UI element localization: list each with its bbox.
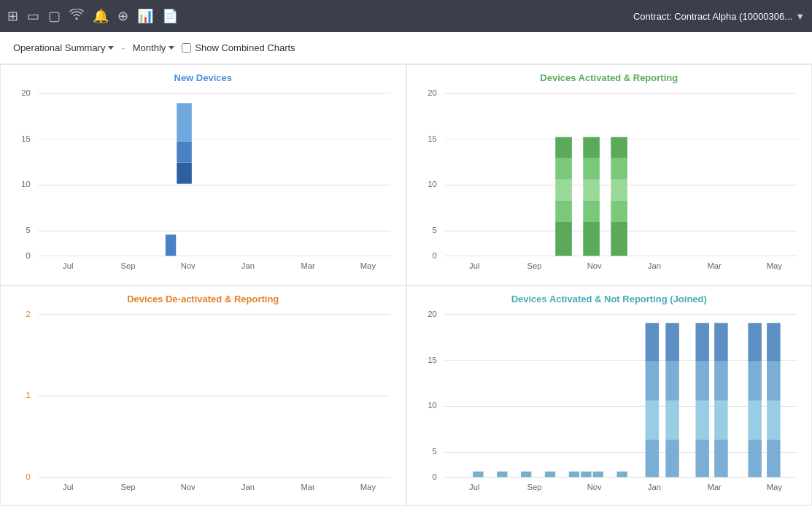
summary-dropdown[interactable]: Operational Summary bbox=[10, 41, 117, 55]
svg-text:15: 15 bbox=[428, 355, 437, 364]
svg-text:0: 0 bbox=[26, 252, 31, 261]
grid-icon[interactable]: ⊞ bbox=[7, 8, 18, 24]
svg-text:Jan: Jan bbox=[241, 261, 255, 270]
svg-rect-103 bbox=[748, 323, 762, 361]
svg-rect-36 bbox=[555, 137, 572, 158]
svg-rect-37 bbox=[555, 158, 572, 180]
svg-text:5: 5 bbox=[432, 226, 436, 235]
new-devices-title: New Devices bbox=[8, 72, 398, 83]
svg-text:10: 10 bbox=[428, 180, 437, 189]
svg-text:Mar: Mar bbox=[707, 483, 722, 491]
monitor-icon[interactable]: ▢ bbox=[48, 8, 61, 24]
svg-rect-106 bbox=[748, 440, 762, 477]
devices-activated-reporting-title: Devices Activated & Reporting bbox=[414, 72, 805, 83]
period-caret-icon bbox=[169, 46, 174, 50]
svg-text:2: 2 bbox=[26, 309, 31, 318]
summary-label: Operational Summary bbox=[13, 42, 105, 53]
svg-text:Nov: Nov bbox=[587, 483, 602, 491]
svg-text:Mar: Mar bbox=[301, 483, 315, 491]
svg-rect-100 bbox=[714, 361, 728, 400]
svg-text:Nov: Nov bbox=[181, 261, 196, 270]
svg-text:20: 20 bbox=[428, 309, 437, 318]
svg-text:15: 15 bbox=[428, 134, 437, 143]
svg-rect-90 bbox=[645, 440, 659, 477]
svg-rect-104 bbox=[748, 361, 762, 400]
separator: - bbox=[121, 42, 125, 55]
svg-rect-39 bbox=[555, 201, 572, 222]
devices-not-reporting-title: Devices Activated & Not Reporting (Joine… bbox=[414, 294, 805, 304]
svg-text:0: 0 bbox=[26, 472, 31, 481]
summary-caret-icon bbox=[108, 46, 114, 50]
svg-rect-83 bbox=[568, 471, 579, 477]
doc-icon[interactable]: 📄 bbox=[162, 8, 178, 24]
plus-icon[interactable]: ⊕ bbox=[117, 8, 128, 24]
contract-info: Contract: Contract Alpha (10000306... ▼ bbox=[633, 11, 805, 22]
new-devices-panel: New Devices 0 5 10 15 20 Jul Sep Nov Jan… bbox=[0, 64, 406, 285]
svg-rect-88 bbox=[645, 361, 659, 400]
combined-charts-toggle[interactable]: Show Combined Charts bbox=[182, 42, 295, 53]
svg-text:May: May bbox=[766, 261, 782, 270]
svg-text:0: 0 bbox=[432, 252, 436, 261]
svg-text:Sep: Sep bbox=[527, 261, 541, 270]
svg-rect-110 bbox=[767, 440, 781, 477]
svg-text:20: 20 bbox=[21, 88, 31, 97]
svg-text:May: May bbox=[360, 261, 376, 270]
devices-activated-reporting-panel: Devices Activated & Reporting 0 5 10 15 … bbox=[406, 64, 813, 285]
svg-rect-46 bbox=[611, 137, 627, 158]
svg-rect-47 bbox=[611, 158, 627, 180]
toolbar-icons: ⊞ ▭ ▢ 🔔 ⊕ 📊 📄 bbox=[7, 8, 178, 24]
svg-rect-19 bbox=[166, 234, 176, 256]
svg-text:10: 10 bbox=[428, 401, 437, 410]
svg-rect-96 bbox=[695, 361, 709, 400]
svg-rect-81 bbox=[520, 471, 530, 477]
svg-rect-95 bbox=[695, 323, 709, 361]
svg-text:Nov: Nov bbox=[181, 483, 196, 491]
window-icon[interactable]: ▭ bbox=[27, 8, 39, 24]
svg-text:20: 20 bbox=[428, 88, 437, 97]
combined-charts-label: Show Combined Charts bbox=[195, 42, 295, 53]
devices-activated-reporting-chart: 0 5 10 15 20 Jul Sep Nov Jan Mar May bbox=[414, 86, 805, 277]
svg-text:Jul: Jul bbox=[63, 261, 73, 270]
svg-text:May: May bbox=[360, 483, 376, 491]
svg-text:Jul: Jul bbox=[63, 483, 73, 491]
svg-rect-45 bbox=[583, 222, 600, 256]
svg-rect-85 bbox=[592, 471, 603, 477]
svg-rect-84 bbox=[581, 471, 591, 477]
svg-text:Mar: Mar bbox=[707, 261, 722, 270]
svg-rect-48 bbox=[611, 180, 627, 201]
svg-rect-97 bbox=[695, 400, 709, 439]
svg-rect-93 bbox=[665, 400, 679, 439]
devices-not-reporting-chart: 0 5 10 15 20 Jul Sep Nov Jan Mar May bbox=[414, 307, 805, 499]
charts-grid: New Devices 0 5 10 15 20 Jul Sep Nov Jan… bbox=[0, 64, 812, 506]
svg-text:5: 5 bbox=[432, 447, 436, 456]
svg-rect-40 bbox=[555, 222, 572, 256]
chart-bar-icon[interactable]: 📊 bbox=[137, 8, 153, 24]
svg-rect-94 bbox=[665, 440, 679, 477]
contract-label: Contract: Contract Alpha (10000306... bbox=[633, 11, 792, 22]
svg-rect-79 bbox=[473, 471, 483, 477]
wifi-icon[interactable] bbox=[69, 9, 84, 24]
svg-text:Jul: Jul bbox=[469, 483, 479, 491]
bell-icon[interactable]: 🔔 bbox=[93, 8, 109, 24]
svg-text:Sep: Sep bbox=[527, 483, 541, 491]
svg-text:Sep: Sep bbox=[120, 483, 135, 491]
svg-rect-89 bbox=[645, 400, 659, 439]
svg-text:15: 15 bbox=[21, 134, 31, 143]
svg-rect-41 bbox=[583, 137, 600, 158]
toolbar: ⊞ ▭ ▢ 🔔 ⊕ 📊 📄 Contract: Contract Alpha (… bbox=[0, 0, 812, 32]
svg-text:May: May bbox=[766, 483, 782, 491]
svg-rect-105 bbox=[748, 400, 762, 439]
svg-rect-82 bbox=[544, 471, 554, 477]
svg-rect-98 bbox=[695, 440, 709, 477]
svg-rect-101 bbox=[714, 400, 728, 439]
combined-charts-checkbox[interactable] bbox=[182, 43, 191, 53]
svg-rect-80 bbox=[497, 471, 507, 477]
svg-rect-42 bbox=[583, 158, 600, 180]
svg-text:Nov: Nov bbox=[587, 261, 602, 270]
svg-rect-18 bbox=[177, 103, 192, 141]
svg-text:1: 1 bbox=[26, 391, 31, 399]
svg-rect-99 bbox=[714, 323, 728, 361]
controls-bar: Operational Summary - Monthly Show Combi… bbox=[0, 32, 812, 64]
devices-deactivated-title: Devices De-activated & Reporting bbox=[8, 294, 398, 304]
period-dropdown[interactable]: Monthly bbox=[130, 41, 178, 55]
